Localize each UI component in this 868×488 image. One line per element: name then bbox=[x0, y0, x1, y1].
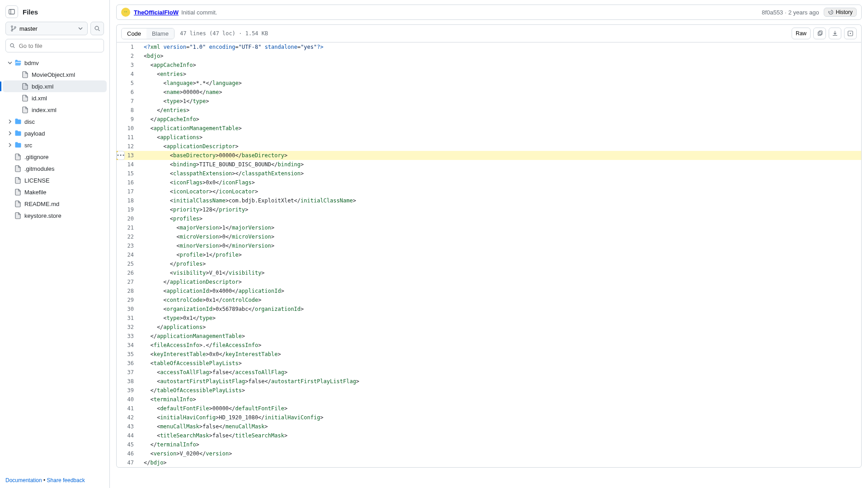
code-line[interactable]: 33 </applicationManagementTable> bbox=[117, 332, 861, 341]
code-line[interactable]: 21 <majorVersion>1</majorVersion> bbox=[117, 223, 861, 232]
code-line[interactable]: 31 <type>0x1</type> bbox=[117, 314, 861, 323]
line-number[interactable]: 15 bbox=[117, 169, 139, 178]
code-line[interactable]: 5 <language>*.*</language> bbox=[117, 79, 861, 88]
tree-file[interactable]: MovieObject.xml bbox=[3, 69, 107, 80]
line-number[interactable]: 21 bbox=[117, 223, 139, 232]
gotofile-input-wrap[interactable] bbox=[5, 39, 104, 52]
line-number[interactable]: 4 bbox=[117, 70, 139, 79]
line-number[interactable]: 17 bbox=[117, 187, 139, 196]
line-number[interactable]: 43 bbox=[117, 422, 139, 431]
code-line[interactable]: 32 </applications> bbox=[117, 323, 861, 332]
code-line[interactable]: 7 <type>1</type> bbox=[117, 97, 861, 106]
commit-sha[interactable]: 8f0a553 bbox=[762, 9, 783, 16]
branch-select[interactable]: master bbox=[5, 22, 88, 35]
code-line[interactable]: 23 <minorVersion>0</minorVersion> bbox=[117, 241, 861, 250]
doc-link[interactable]: Documentation bbox=[5, 477, 42, 483]
line-number[interactable]: 23 bbox=[117, 241, 139, 250]
line-number[interactable]: 46 bbox=[117, 449, 139, 458]
code-line[interactable]: •••13 <baseDirectory>00000</baseDirector… bbox=[117, 151, 861, 160]
author-avatar[interactable] bbox=[121, 8, 130, 17]
code-line[interactable]: 22 <microVersion>0</microVersion> bbox=[117, 232, 861, 241]
code-line[interactable]: 24 <profile>1</profile> bbox=[117, 250, 861, 259]
code-line[interactable]: 15 <classpathExtension></classpathExtens… bbox=[117, 169, 861, 178]
line-number[interactable]: 22 bbox=[117, 232, 139, 241]
gotofile-input[interactable] bbox=[18, 42, 100, 50]
code-line[interactable]: 6 <name>00000</name> bbox=[117, 88, 861, 97]
line-number[interactable]: 34 bbox=[117, 341, 139, 350]
tree-file[interactable]: LICENSE bbox=[3, 174, 107, 186]
line-number[interactable]: 5 bbox=[117, 79, 139, 88]
code-line[interactable]: 34 <fileAccessInfo>.</fileAccessInfo> bbox=[117, 341, 861, 350]
line-number[interactable]: 3 bbox=[117, 61, 139, 70]
code-line[interactable]: 17 <iconLocator></iconLocator> bbox=[117, 187, 861, 196]
code-line[interactable]: 9 </appCacheInfo> bbox=[117, 115, 861, 124]
line-menu-button[interactable]: ••• bbox=[117, 151, 125, 160]
tree-file[interactable]: .gitmodules bbox=[3, 163, 107, 174]
code-line[interactable]: 18 <initialClassName>com.bdjb.ExploitXle… bbox=[117, 196, 861, 205]
author-link[interactable]: TheOfficialFloW bbox=[134, 9, 179, 16]
raw-button[interactable]: Raw bbox=[792, 28, 811, 39]
code-line[interactable]: 43 <menuCallMask>false</menuCallMask> bbox=[117, 422, 861, 431]
code-line[interactable]: 28 <applicationId>0x4000</applicationId> bbox=[117, 286, 861, 296]
code-line[interactable]: 3 <appCacheInfo> bbox=[117, 61, 861, 70]
line-number[interactable]: 32 bbox=[117, 323, 139, 332]
code-line[interactable]: 29 <controlCode>0x1</controlCode> bbox=[117, 296, 861, 305]
code-line[interactable]: 12 <applicationDescriptor> bbox=[117, 142, 861, 151]
code-line[interactable]: 46 <version>V_0200</version> bbox=[117, 449, 861, 458]
tree-folder[interactable]: payload bbox=[3, 127, 107, 139]
code-line[interactable]: 4 <entries> bbox=[117, 70, 861, 79]
line-number[interactable]: 14 bbox=[117, 160, 139, 169]
line-number[interactable]: 18 bbox=[117, 196, 139, 205]
line-number[interactable]: 36 bbox=[117, 359, 139, 368]
code-line[interactable]: 41 <defaultFontFile>00000</defaultFontFi… bbox=[117, 404, 861, 413]
line-number[interactable]: 9 bbox=[117, 115, 139, 124]
line-number[interactable]: 39 bbox=[117, 386, 139, 395]
code-line[interactable]: 35 <keyInterestTable>0x0</keyInterestTab… bbox=[117, 350, 861, 359]
line-number[interactable]: 25 bbox=[117, 259, 139, 268]
line-number[interactable]: 41 bbox=[117, 404, 139, 413]
line-number[interactable]: 19 bbox=[117, 205, 139, 214]
line-number[interactable]: 7 bbox=[117, 97, 139, 106]
tree-file[interactable]: README.md bbox=[3, 198, 107, 210]
line-number[interactable]: 33 bbox=[117, 332, 139, 341]
code-line[interactable]: 2<bdjo> bbox=[117, 52, 861, 61]
tree-folder[interactable]: disc bbox=[3, 116, 107, 127]
line-number[interactable]: 1 bbox=[117, 42, 139, 52]
line-number[interactable]: 2 bbox=[117, 52, 139, 61]
download-button[interactable] bbox=[829, 28, 841, 39]
tree-file[interactable]: .gitignore bbox=[3, 151, 107, 163]
line-number[interactable]: 35 bbox=[117, 350, 139, 359]
line-number[interactable]: 11 bbox=[117, 133, 139, 142]
code-line[interactable]: 45 </terminalInfo> bbox=[117, 440, 861, 449]
line-number[interactable]: 12 bbox=[117, 142, 139, 151]
tree-twist[interactable] bbox=[6, 143, 14, 147]
code-line[interactable]: 30 <organizationId>0x56789abc</organizat… bbox=[117, 305, 861, 314]
line-number[interactable]: 8 bbox=[117, 106, 139, 115]
line-number[interactable]: 29 bbox=[117, 296, 139, 305]
line-number[interactable]: 28 bbox=[117, 286, 139, 296]
tree-twist[interactable] bbox=[6, 131, 14, 136]
code-line[interactable]: 44 <titleSearchMask>false</titleSearchMa… bbox=[117, 431, 861, 440]
line-number[interactable]: 30 bbox=[117, 305, 139, 314]
tree-folder[interactable]: src bbox=[3, 139, 107, 151]
tree-file[interactable]: index.xml bbox=[3, 104, 107, 116]
tree-file[interactable]: id.xml bbox=[3, 92, 107, 104]
code-line[interactable]: 8 </entries> bbox=[117, 106, 861, 115]
blame-tab[interactable]: Blame bbox=[146, 28, 174, 39]
line-number[interactable]: 45 bbox=[117, 440, 139, 449]
code-line[interactable]: 1<?xml version="1.0" encoding="UTF-8" st… bbox=[117, 42, 861, 52]
copy-button[interactable] bbox=[813, 28, 826, 39]
code-line[interactable]: 42 <initialHaviConfig>HD_1920_1080</init… bbox=[117, 413, 861, 422]
line-number[interactable]: 40 bbox=[117, 395, 139, 404]
line-number[interactable]: 24 bbox=[117, 250, 139, 259]
line-number[interactable]: 44 bbox=[117, 431, 139, 440]
feedback-link[interactable]: Share feedback bbox=[47, 477, 85, 483]
code-line[interactable]: 16 <iconFlags>0x0</iconFlags> bbox=[117, 178, 861, 187]
code-tab[interactable]: Code bbox=[122, 28, 146, 39]
line-number[interactable]: 26 bbox=[117, 268, 139, 277]
line-number[interactable]: 37 bbox=[117, 368, 139, 377]
history-button[interactable]: History bbox=[824, 8, 857, 17]
line-number[interactable]: 20 bbox=[117, 214, 139, 223]
tree-file[interactable]: keystore.store bbox=[3, 210, 107, 221]
code-line[interactable]: 37 <accessToAllFlag>false</accessToAllFl… bbox=[117, 368, 861, 377]
